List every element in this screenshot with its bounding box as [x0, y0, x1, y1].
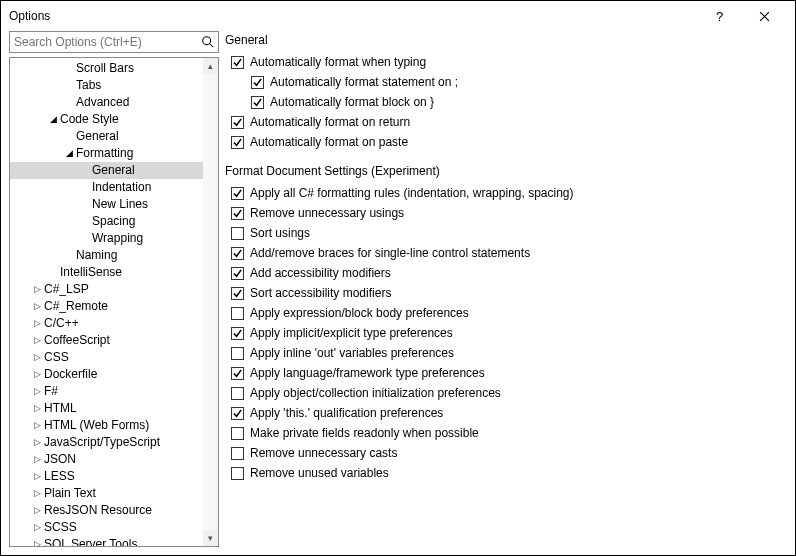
checkbox[interactable]	[231, 116, 244, 129]
option-row: Remove unused variables	[231, 463, 787, 483]
checkbox[interactable]	[231, 407, 244, 420]
tree-node-label: Indentation	[92, 179, 151, 196]
checkbox[interactable]	[231, 367, 244, 380]
option-label: Make private fields readonly when possib…	[250, 426, 479, 440]
tree-node-label: CoffeeScript	[44, 332, 110, 349]
tree-node[interactable]: ▷JSON	[10, 451, 203, 468]
tree-node[interactable]: ▷JavaScript/TypeScript	[10, 434, 203, 451]
chevron-collapsed-icon[interactable]: ▷	[32, 468, 42, 485]
tree-node-label: Dockerfile	[44, 366, 97, 383]
checkbox[interactable]	[231, 287, 244, 300]
checkbox[interactable]	[231, 56, 244, 69]
tree-node-label: CSS	[44, 349, 69, 366]
tree-node[interactable]: ▷Plain Text	[10, 485, 203, 502]
option-row: Apply expression/block body preferences	[231, 303, 787, 323]
tree-node[interactable]: Tabs	[10, 77, 203, 94]
checkbox[interactable]	[231, 387, 244, 400]
chevron-collapsed-icon[interactable]: ▷	[32, 332, 42, 349]
search-input[interactable]	[9, 31, 219, 53]
tree-node[interactable]: New Lines	[10, 196, 203, 213]
checkbox[interactable]	[251, 96, 264, 109]
tree-node[interactable]: ▷F#	[10, 383, 203, 400]
tree-node[interactable]: ◢Formatting	[10, 145, 203, 162]
checkbox[interactable]	[231, 267, 244, 280]
tree-node-label: LESS	[44, 468, 75, 485]
tree-node[interactable]: Indentation	[10, 179, 203, 196]
tree-node[interactable]: ▷HTML (Web Forms)	[10, 417, 203, 434]
checkbox[interactable]	[231, 467, 244, 480]
tree-node[interactable]: ▷LESS	[10, 468, 203, 485]
tree-node[interactable]: ▷C/C++	[10, 315, 203, 332]
chevron-collapsed-icon[interactable]: ▷	[32, 383, 42, 400]
general-checks: Automatically format when typingAutomati…	[231, 52, 787, 152]
checkbox[interactable]	[231, 136, 244, 149]
tree-node[interactable]: ▷CSS	[10, 349, 203, 366]
option-label: Add/remove braces for single-line contro…	[250, 246, 530, 260]
chevron-collapsed-icon[interactable]: ▷	[32, 366, 42, 383]
checkbox[interactable]	[231, 447, 244, 460]
tree-node[interactable]: ▷SQL Server Tools	[10, 536, 203, 546]
chevron-expanded-icon[interactable]: ◢	[48, 111, 58, 128]
help-button[interactable]: ?	[697, 1, 742, 31]
chevron-collapsed-icon[interactable]: ▷	[32, 298, 42, 315]
chevron-collapsed-icon[interactable]: ▷	[32, 519, 42, 536]
option-row: Sort accessibility modifiers	[231, 283, 787, 303]
scroll-track[interactable]	[203, 74, 218, 530]
option-row: Automatically format block on }	[231, 92, 787, 112]
tree-node[interactable]: ▷C#_Remote	[10, 298, 203, 315]
option-row: Automatically format on paste	[231, 132, 787, 152]
tree-node-label: Scroll Bars	[76, 60, 134, 77]
checkbox[interactable]	[231, 227, 244, 240]
checkbox[interactable]	[231, 207, 244, 220]
option-label: Sort usings	[250, 226, 310, 240]
chevron-collapsed-icon[interactable]: ▷	[32, 349, 42, 366]
tree-node[interactable]: Wrapping	[10, 230, 203, 247]
tree-node[interactable]: Scroll Bars	[10, 60, 203, 77]
tree-container: Scroll BarsTabsAdvanced◢Code StyleGenera…	[9, 57, 219, 547]
checkbox[interactable]	[231, 427, 244, 440]
tree-node[interactable]: ▷SCSS	[10, 519, 203, 536]
chevron-collapsed-icon[interactable]: ▷	[32, 400, 42, 417]
checkbox[interactable]	[231, 187, 244, 200]
tree-node[interactable]: General	[10, 128, 203, 145]
chevron-collapsed-icon[interactable]: ▷	[32, 536, 42, 546]
checkbox[interactable]	[231, 347, 244, 360]
chevron-collapsed-icon[interactable]: ▷	[32, 502, 42, 519]
close-button[interactable]	[742, 1, 787, 31]
tree-node[interactable]: General	[10, 162, 203, 179]
tree-node[interactable]: ▷C#_LSP	[10, 281, 203, 298]
tree-node-label: ResJSON Resource	[44, 502, 152, 519]
checkbox[interactable]	[231, 307, 244, 320]
scroll-up-button[interactable]: ▴	[203, 58, 218, 74]
chevron-expanded-icon[interactable]: ◢	[64, 145, 74, 162]
options-window: Options ? Scroll BarsTabsAdvanced◢Code S…	[0, 0, 796, 556]
checkbox[interactable]	[231, 327, 244, 340]
tree-node[interactable]: ▷Dockerfile	[10, 366, 203, 383]
scroll-down-button[interactable]: ▾	[203, 530, 218, 546]
tree-node[interactable]: Spacing	[10, 213, 203, 230]
chevron-collapsed-icon[interactable]: ▷	[32, 434, 42, 451]
close-icon	[759, 11, 770, 22]
tree-node-label: General	[76, 128, 119, 145]
tree-node-label: C/C++	[44, 315, 79, 332]
option-row: Remove unnecessary casts	[231, 443, 787, 463]
tree-node[interactable]: IntelliSense	[10, 264, 203, 281]
nav-tree[interactable]: Scroll BarsTabsAdvanced◢Code StyleGenera…	[10, 58, 203, 546]
chevron-collapsed-icon[interactable]: ▷	[32, 281, 42, 298]
tree-node-label: Code Style	[60, 111, 119, 128]
chevron-collapsed-icon[interactable]: ▷	[32, 485, 42, 502]
option-row: Sort usings	[231, 223, 787, 243]
tree-node[interactable]: Advanced	[10, 94, 203, 111]
chevron-collapsed-icon[interactable]: ▷	[32, 315, 42, 332]
tree-node[interactable]: ▷HTML	[10, 400, 203, 417]
chevron-collapsed-icon[interactable]: ▷	[32, 417, 42, 434]
tree-node-label: JSON	[44, 451, 76, 468]
checkbox[interactable]	[251, 76, 264, 89]
tree-node[interactable]: ▷CoffeeScript	[10, 332, 203, 349]
chevron-collapsed-icon[interactable]: ▷	[32, 451, 42, 468]
checkbox[interactable]	[231, 247, 244, 260]
tree-node[interactable]: ▷ResJSON Resource	[10, 502, 203, 519]
tree-node[interactable]: ◢Code Style	[10, 111, 203, 128]
tree-node-label: SCSS	[44, 519, 77, 536]
tree-node[interactable]: Naming	[10, 247, 203, 264]
